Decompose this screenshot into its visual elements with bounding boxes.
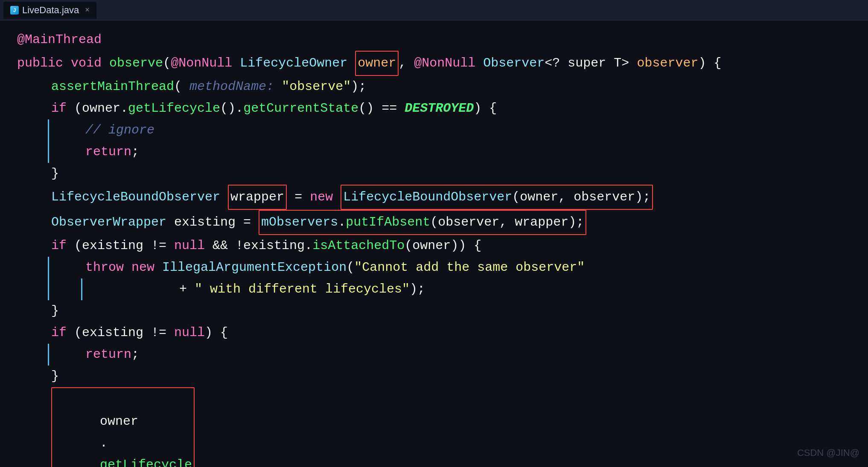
dot1: . <box>120 98 128 119</box>
ow-params: (observer, wrapper); <box>430 215 584 229</box>
space4 <box>347 52 355 74</box>
space-throw2 <box>154 257 162 278</box>
line-close2: } <box>17 300 851 322</box>
space-if2: (existing != <box>67 235 174 257</box>
method-assert: assertMainThread <box>51 76 174 98</box>
tab-filename: LiveData.java <box>22 5 79 16</box>
line-assert: assertMainThread ( methodName: "observe"… <box>17 76 851 98</box>
kw-return1: return <box>85 141 131 163</box>
if-brace1: ) { <box>474 98 497 119</box>
space-throw <box>124 257 131 278</box>
kw-if1: if <box>51 98 67 119</box>
space-assert <box>274 76 282 98</box>
mobservers-box: mObservers.putIfAbsent(observer, wrapper… <box>259 210 586 235</box>
space3 <box>232 52 240 74</box>
comma1: , <box>399 52 414 74</box>
wrapper-var-box: wrapper <box>228 185 287 210</box>
tab-bar: J LiveData.java × <box>0 0 868 20</box>
var-owner2: owner <box>100 414 138 429</box>
param-owner: owner <box>358 56 396 70</box>
brace-close3: } <box>51 365 59 387</box>
type-lcbo: LifecycleBoundObserver <box>51 186 220 208</box>
paren-open: ( <box>163 52 171 74</box>
line-close1: } <box>17 163 851 185</box>
code-editor: @MainThread public void observe ( @NonNu… <box>0 20 868 467</box>
space6 <box>629 52 637 74</box>
tab-close-button[interactable]: × <box>85 6 90 15</box>
line-close3: } <box>17 365 851 387</box>
assert-close: ); <box>351 76 366 98</box>
type-ow: ObserverWrapper <box>51 212 166 233</box>
method-observe: observe <box>109 52 163 74</box>
throw-close: ); <box>410 278 425 300</box>
space-w2: = <box>287 186 310 208</box>
destroyed-const: DESTROYED <box>405 98 474 119</box>
brace-close2: } <box>51 300 59 322</box>
param-label: methodName: <box>182 76 274 98</box>
var-existing: existing <box>174 212 236 233</box>
line-return2: return ; <box>17 344 851 365</box>
space2 <box>102 52 109 74</box>
space1 <box>63 52 71 74</box>
line-if-null: if (existing != null ) { <box>17 322 851 344</box>
line-annotation: @MainThread <box>17 29 851 51</box>
kw-void: void <box>71 52 102 74</box>
string-observe: "observe" <box>282 76 351 98</box>
nonnull2: @NonNull <box>414 52 475 74</box>
var-wrapper: wrapper <box>230 190 284 204</box>
line-if-existing: if (existing != null && !existing. isAtt… <box>17 235 851 257</box>
assert-paren: ( <box>174 76 182 98</box>
method-getcurrentstate: getCurrentState <box>243 98 358 119</box>
dot-ow: . <box>338 215 346 229</box>
lcbo-params: (owner, observer); <box>512 190 650 204</box>
type-lifecycle-owner: LifecycleOwner <box>240 52 347 74</box>
kw-throw: throw <box>85 257 124 278</box>
dot-ao: . <box>100 436 108 450</box>
kw-null1: null <box>174 235 205 257</box>
paren-close-brace: ) { <box>698 52 721 74</box>
line-method-sig: public void observe ( @NonNull Lifecycle… <box>17 51 851 76</box>
kw-new1: new <box>310 186 333 208</box>
if3-brace: ) { <box>205 322 228 344</box>
annotation-text: @MainThread <box>17 29 102 51</box>
type-lcbo2: LifecycleBoundObserver <box>343 190 512 204</box>
space-ow1 <box>166 212 174 233</box>
space-ow2: = <box>236 212 259 233</box>
parens2: () == <box>358 98 405 119</box>
line-comment: // ignore <box>17 119 851 141</box>
new-lcbo-box: LifecycleBoundObserver(owner, observer); <box>341 185 653 210</box>
type-observer: Observer <box>483 52 545 74</box>
kw-if2: if <box>51 235 67 257</box>
space-w1 <box>220 186 228 208</box>
space-w3 <box>333 186 341 208</box>
space-if2b: && !existing. <box>205 235 312 257</box>
owner-param-box: owner <box>355 51 399 76</box>
kw-public: public <box>17 52 63 74</box>
line-return1: return ; <box>17 141 851 163</box>
nonnull1: @NonNull <box>171 52 232 74</box>
string-cannot: "Cannot add the same observer" <box>354 257 585 278</box>
if2-params: (owner)) { <box>405 235 481 257</box>
line-wrapper: LifecycleBoundObserver wrapper = new Lif… <box>17 185 851 210</box>
semi2: ; <box>131 344 139 365</box>
parens1: (). <box>220 98 243 119</box>
comment-ignore: // ignore <box>85 119 154 141</box>
method-getlifecycle2: getLifecycle <box>100 458 192 467</box>
line-add-observer: owner . getLifecycle (). addObserver (wr… <box>17 387 851 467</box>
java-icon: J <box>10 6 19 15</box>
semi1: ; <box>131 141 139 163</box>
line-observer-wrapper: ObserverWrapper existing = mObservers.pu… <box>17 210 851 235</box>
var-owner1: owner <box>82 98 120 119</box>
kw-if3: if <box>51 322 67 344</box>
brace-close1: } <box>51 163 59 185</box>
string-lifecycles: " with different lifecycles" <box>195 278 410 300</box>
kw-return2: return <box>85 344 131 365</box>
type-iae: IllegalArgumentException <box>162 257 347 278</box>
method-getlifecycle1: getLifecycle <box>128 98 220 119</box>
space-if1: ( <box>67 98 82 119</box>
line-if-state: if ( owner . getLifecycle (). getCurrent… <box>17 98 851 119</box>
file-tab[interactable]: J LiveData.java × <box>3 2 96 19</box>
field-mobservers: mObservers <box>261 215 338 229</box>
space-if3: (existing != <box>67 322 174 344</box>
generic-open: <? super T> <box>545 52 629 74</box>
